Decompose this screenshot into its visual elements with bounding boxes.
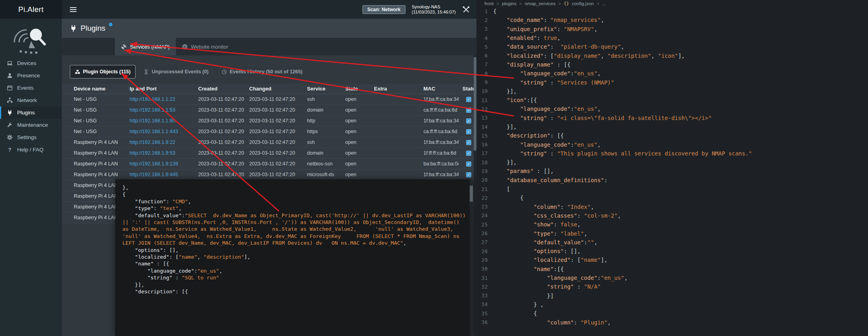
- overlay-code-line: "language_code":"en_us",: [122, 267, 466, 274]
- menu-toggle-icon[interactable]: [67, 4, 79, 16]
- cell-created: 2023-03-11 02:47:20: [194, 129, 245, 134]
- pialert-logo-graphic: [0, 19, 62, 57]
- code-line: 22 {: [476, 193, 868, 202]
- row-checkbox[interactable]: ✓: [466, 140, 471, 145]
- sidebar-item-settings[interactable]: Settings: [0, 131, 62, 143]
- sidebar-menu: DevicesPresenceEventsNetworkPluginsMaint…: [0, 57, 62, 156]
- line-number: 21: [476, 186, 493, 192]
- device-port-link[interactable]: http://192.168.1.1:22: [130, 96, 175, 102]
- breadcrumb-segment[interactable]: front: [484, 1, 494, 6]
- overlay-code-line: "function": "CMD",: [122, 198, 466, 205]
- column-header-device-name[interactable]: Device name: [70, 86, 126, 92]
- device-port-link[interactable]: http://192.168.1.1:443: [130, 129, 178, 134]
- cell-state: open: [341, 150, 370, 156]
- sidebar-item-plugins[interactable]: Plugins: [0, 106, 62, 119]
- tab-website-monitor[interactable]: Website monitor: [176, 38, 234, 55]
- column-header-extra[interactable]: Extra: [370, 86, 419, 92]
- overlay-scrollbar-thumb[interactable]: [470, 186, 473, 202]
- line-number: 14: [476, 124, 493, 130]
- row-checkbox[interactable]: ✓: [466, 151, 471, 156]
- code-line: 15 "description": [{: [476, 131, 868, 140]
- breadcrumb-segment[interactable]: nmap_services: [525, 1, 555, 6]
- sidebar-item-events[interactable]: Events: [0, 82, 62, 94]
- line-number: 36: [476, 319, 493, 325]
- line-number: 27: [476, 239, 493, 245]
- overlay-code-line: "default_value":"SELECT dv.dev_Name as O…: [122, 212, 466, 247]
- breadcrumb-segment[interactable]: config.json: [572, 1, 594, 6]
- table-row: Raspberry Pi 4 LANhttp://192.168.1.9:139…: [62, 159, 474, 169]
- column-header-created[interactable]: Created: [194, 86, 245, 92]
- code-line: 7 "display_name" : [{: [476, 60, 868, 69]
- column-header-changed[interactable]: Changed: [245, 86, 303, 92]
- column-header-service[interactable]: Service: [303, 86, 341, 92]
- line-number: 32: [476, 284, 493, 290]
- info-dot-badge[interactable]: [109, 23, 112, 26]
- sidebar-item-label: Settings: [17, 134, 37, 140]
- scrollbar-thumb[interactable]: [474, 57, 476, 151]
- subtab-label: Unprocessed Events (0): [152, 69, 208, 75]
- page-header: Plugins: [62, 19, 476, 38]
- code-line: 19 "params" : [],: [476, 167, 868, 175]
- cell-created: 2023-03-11 02:47:20: [194, 172, 245, 177]
- column-header-state[interactable]: State: [341, 86, 370, 92]
- device-port-link[interactable]: http://192.168.1.1:80: [130, 118, 175, 124]
- cell-mac: 1f:ff:ff:ca:ba:6d: [419, 150, 459, 156]
- overlay-code-line: }],: [122, 281, 466, 288]
- line-number: 1: [476, 8, 493, 14]
- cell-state: open: [341, 96, 370, 102]
- tab-label: Website monitor: [191, 44, 228, 50]
- cell-changed: 2023-03-11 02:47:20: [245, 161, 303, 167]
- code-line: 36 "column": "Plugin",: [476, 318, 868, 326]
- code-line: 14 }],: [476, 122, 868, 131]
- code-line: 31 "language_code":"en_us",: [476, 273, 868, 282]
- line-number: 3: [476, 26, 493, 32]
- line-number: 7: [476, 61, 493, 67]
- device-port-link[interactable]: http://192.168.1.9:445: [130, 172, 178, 177]
- code-line: 9 "string" : "Services (NMAP)": [476, 78, 868, 86]
- cell-created: 2023-03-11 02:47:20: [194, 107, 245, 113]
- line-number: 19: [476, 168, 493, 174]
- tab-services-nmap[interactable]: Services (NMAP): [115, 38, 176, 55]
- sidebar-item-devices[interactable]: Devices: [0, 57, 62, 69]
- overlay-scrollbar[interactable]: [470, 179, 473, 336]
- subtab-unprocessed-events-0[interactable]: Unprocessed Events (0): [138, 65, 213, 79]
- row-checkbox[interactable]: ✓: [466, 172, 471, 177]
- editor-code[interactable]: 1{2 "code_name": "nmap_services",3 "uniq…: [476, 7, 868, 336]
- sidebar-item-network[interactable]: Network: [0, 94, 62, 106]
- row-checkbox[interactable]: ✓: [466, 108, 471, 113]
- device-port-link[interactable]: http://192.168.1.1:53: [130, 107, 175, 113]
- overlay-code-line: "options": [],: [122, 247, 466, 253]
- sidebar-item-maintenance[interactable]: Maintenance: [0, 119, 62, 131]
- question-icon: ?: [6, 147, 13, 153]
- cell-device: Raspberry Pi 4 LAN: [70, 172, 126, 177]
- overlay-code-line: "description": [{: [122, 288, 466, 295]
- breadcrumb-segment[interactable]: ...: [602, 1, 606, 6]
- row-checkbox[interactable]: ✓: [466, 97, 471, 102]
- row-checkbox[interactable]: ✓: [466, 161, 471, 167]
- sidebar-item-help-faq[interactable]: ?Help / FAQ: [0, 143, 62, 156]
- tools-icon[interactable]: [462, 6, 470, 14]
- column-header-status[interactable]: Status: [459, 86, 474, 92]
- subtab-events-history-50-out-of-1265[interactable]: Events History (50 out of 1265): [217, 65, 308, 79]
- column-header-ip-and-port[interactable]: Ip and Port: [126, 86, 194, 92]
- overlay-code: },{ "function": "CMD", "type": "text", "…: [122, 184, 466, 295]
- sidebar: DevicesPresenceEventsNetworkPluginsMaint…: [0, 19, 62, 336]
- line-number: 12: [476, 106, 493, 112]
- breadcrumb-segment[interactable]: plugins: [502, 1, 516, 6]
- row-checkbox[interactable]: ✓: [466, 118, 471, 124]
- subtab-plugin-objects-115[interactable]: Plugin Objects (115): [70, 65, 136, 79]
- device-port-link[interactable]: http://192.168.1.9:53: [130, 150, 175, 156]
- device-port-link[interactable]: http://192.168.1.9:22: [130, 140, 175, 145]
- plugin-tabs: Services (NMAP)Website monitor: [62, 38, 476, 55]
- app-logo[interactable]: Pi.Alert: [0, 0, 62, 19]
- code-line: 8 "language_code":"en_us",: [476, 69, 868, 78]
- cell-device: Net - USG: [70, 96, 126, 102]
- device-port-link[interactable]: http://192.168.1.9:139: [130, 161, 178, 167]
- scrollbar[interactable]: [474, 55, 476, 336]
- cell-service: domain: [303, 107, 341, 113]
- scan-status-badge: Scan: Network: [362, 5, 405, 14]
- row-checkbox[interactable]: ✓: [466, 129, 471, 134]
- line-number: 5: [476, 44, 493, 50]
- sidebar-item-presence[interactable]: Presence: [0, 69, 62, 82]
- column-header-mac[interactable]: MAC: [419, 86, 459, 92]
